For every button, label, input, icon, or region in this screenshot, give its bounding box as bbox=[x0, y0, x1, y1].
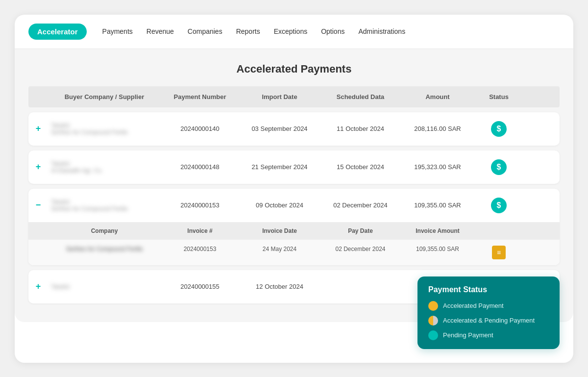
company-name-2: Takaful bbox=[51, 160, 161, 167]
table-row: + Takaful Al-Dawailih Agr. Co. 202400001… bbox=[28, 151, 560, 184]
payment-number-2: 20240000148 bbox=[161, 163, 239, 171]
supplier-name-2: Al-Dawailih Agr. Co. bbox=[51, 167, 161, 174]
dot-full-icon bbox=[428, 301, 438, 311]
sub-action[interactable]: ≡ bbox=[474, 246, 523, 259]
row-toggle-4[interactable]: + bbox=[28, 281, 48, 292]
col-payment-number: Payment Number bbox=[161, 93, 239, 101]
row-toggle-3[interactable]: − bbox=[28, 200, 48, 210]
company-name-4: Takaful bbox=[51, 283, 161, 290]
sub-pay-date: 02 December 2024 bbox=[320, 246, 401, 259]
row-toggle-1[interactable]: + bbox=[28, 124, 48, 134]
status-3[interactable]: $ bbox=[474, 198, 523, 213]
col-company: Buyer Company / Supplier bbox=[48, 93, 161, 101]
tooltip-item-teal: Pending Payment bbox=[428, 330, 549, 340]
nav-payments[interactable]: Payments bbox=[102, 27, 133, 35]
supplier-name-1: Serthex for Compound Fertils bbox=[51, 129, 161, 136]
import-date-2: 21 September 2024 bbox=[239, 163, 320, 171]
tooltip-item-pending: Accelerated & Pending Payment bbox=[428, 316, 549, 326]
row-main-1: + Takaful Serthex for Compound Fertils 2… bbox=[28, 112, 560, 146]
dot-half-icon bbox=[428, 316, 438, 326]
table-row: + Takaful Serthex for Compound Fertils 2… bbox=[28, 112, 560, 146]
invoice-icon: ≡ bbox=[492, 246, 506, 259]
row-main-3: − Takaful Serthex for Compound Fertils 2… bbox=[28, 189, 560, 222]
sub-company: Serthex for Compound Fertils bbox=[48, 246, 161, 259]
dot-teal-icon bbox=[428, 330, 438, 340]
dollar-icon-3: $ bbox=[491, 198, 507, 213]
row-company-3: Takaful Serthex for Compound Fertils bbox=[48, 199, 161, 212]
page-title: Accelerated Payments bbox=[28, 63, 560, 75]
nav-options[interactable]: Options bbox=[321, 27, 344, 35]
tooltip-label-accelerated: Accelerated Payment bbox=[443, 302, 504, 309]
nav-brand[interactable]: Accelerator bbox=[28, 24, 87, 40]
nav-exceptions[interactable]: Exceptions bbox=[274, 27, 307, 35]
main-card: Accelerator Payments Revenue Companies R… bbox=[15, 15, 573, 363]
dollar-icon-1: $ bbox=[491, 121, 507, 137]
sub-invoice-date: 24 May 2024 bbox=[239, 246, 320, 259]
sub-table-row: Serthex for Compound Fertils 2024000153 … bbox=[28, 239, 560, 265]
row-company-2: Takaful Al-Dawailih Agr. Co. bbox=[48, 160, 161, 174]
import-date-3: 09 October 2024 bbox=[239, 201, 320, 209]
col-toggle bbox=[28, 93, 48, 101]
col-scheduled-data: Scheduled Data bbox=[320, 93, 401, 101]
tooltip-title: Payment Status bbox=[428, 285, 549, 294]
payment-number-3: 20240000153 bbox=[161, 201, 239, 209]
sub-col-action bbox=[474, 227, 523, 234]
scheduled-data-3: 02 December 2024 bbox=[320, 201, 401, 209]
row-company-1: Takaful Serthex for Compound Fertils bbox=[48, 122, 161, 136]
company-name-3: Takaful bbox=[51, 199, 161, 205]
amount-3: 109,355.00 SAR bbox=[401, 201, 474, 209]
payment-number-4: 20240000155 bbox=[161, 283, 239, 290]
nav-revenue[interactable]: Revenue bbox=[147, 27, 174, 35]
sub-table-3: Company Invoice # Invoice Date Pay Date … bbox=[28, 222, 560, 265]
company-name-1: Takaful bbox=[51, 122, 161, 129]
tooltip-label-both: Accelerated & Pending Payment bbox=[443, 317, 535, 324]
scheduled-data-1: 11 October 2024 bbox=[320, 125, 401, 132]
row-main-2: + Takaful Al-Dawailih Agr. Co. 202400001… bbox=[28, 151, 560, 184]
sub-col-invoice-amount: Invoice Amount bbox=[401, 227, 474, 234]
nav-administrations[interactable]: Administrations bbox=[358, 27, 405, 35]
sub-invoice-amount: 109,355.00 SAR bbox=[401, 246, 474, 259]
sub-col-invoice: Invoice # bbox=[161, 227, 239, 234]
payment-status-tooltip: Payment Status Accelerated Payment Accel… bbox=[417, 276, 560, 349]
supplier-name-3: Serthex for Compound Fertils bbox=[51, 205, 161, 212]
status-2[interactable]: $ bbox=[474, 159, 523, 175]
sub-col-company: Company bbox=[48, 227, 161, 234]
sub-invoice-num: 2024000153 bbox=[161, 246, 239, 259]
import-date-1: 03 September 2024 bbox=[239, 125, 320, 132]
scheduled-data-2: 15 October 2024 bbox=[320, 163, 401, 171]
table-header: Buyer Company / Supplier Payment Number … bbox=[28, 86, 560, 107]
amount-1: 208,116.00 SAR bbox=[401, 125, 474, 132]
sub-table-header: Company Invoice # Invoice Date Pay Date … bbox=[28, 223, 560, 239]
tooltip-label-pending: Pending Payment bbox=[443, 331, 493, 339]
payment-number-1: 20240000140 bbox=[161, 125, 239, 132]
status-1[interactable]: $ bbox=[474, 121, 523, 137]
dollar-icon-2: $ bbox=[491, 159, 507, 175]
import-date-4: 12 October 2024 bbox=[239, 283, 320, 290]
amount-2: 195,323.00 SAR bbox=[401, 163, 474, 171]
col-amount: Amount bbox=[401, 93, 474, 101]
row-toggle-2[interactable]: + bbox=[28, 162, 48, 172]
row-company-4: Takaful bbox=[48, 283, 161, 290]
navbar: Accelerator Payments Revenue Companies R… bbox=[15, 15, 573, 49]
col-status: Status bbox=[474, 93, 523, 101]
sub-col-pay-date: Pay Date bbox=[320, 227, 401, 234]
nav-reports[interactable]: Reports bbox=[236, 27, 260, 35]
sub-col-invoice-date: Invoice Date bbox=[239, 227, 320, 234]
tooltip-item-accelerated: Accelerated Payment bbox=[428, 301, 549, 311]
nav-companies[interactable]: Companies bbox=[188, 27, 222, 35]
col-import-date: Import Date bbox=[239, 93, 320, 101]
nav-links: Payments Revenue Companies Reports Excep… bbox=[102, 27, 406, 35]
table-row: − Takaful Serthex for Compound Fertils 2… bbox=[28, 189, 560, 265]
